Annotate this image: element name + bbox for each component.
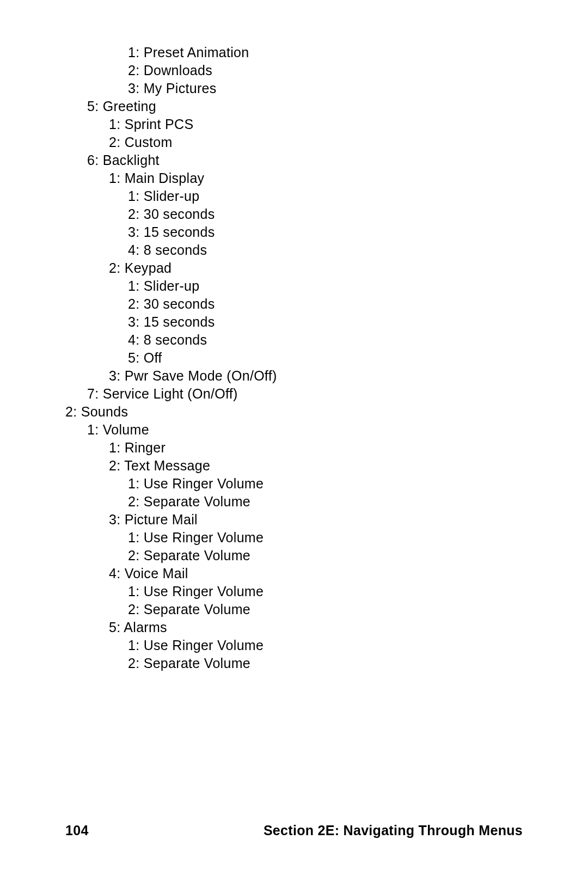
menu-item: 1: Use Ringer Volume bbox=[128, 583, 523, 601]
page-number: 104 bbox=[65, 823, 89, 838]
menu-item: 5: Alarms bbox=[109, 618, 523, 636]
menu-item: 3: Pwr Save Mode (On/Off) bbox=[109, 367, 523, 385]
menu-item: 1: Slider-up bbox=[128, 187, 523, 205]
menu-item: 1: Use Ringer Volume bbox=[128, 636, 523, 654]
menu-item: 4: 8 seconds bbox=[128, 331, 523, 349]
menu-item: 3: Picture Mail bbox=[109, 511, 523, 529]
menu-item: 1: Main Display bbox=[109, 169, 523, 187]
menu-item: 4: Voice Mail bbox=[109, 565, 523, 583]
menu-item: 2: Keypad bbox=[109, 259, 523, 277]
menu-item: 1: Ringer bbox=[109, 439, 523, 457]
menu-item: 1: Volume bbox=[87, 421, 523, 439]
menu-item: 2: Separate Volume bbox=[128, 493, 523, 511]
menu-content: 1: Preset Animation 2: Downloads 3: My P… bbox=[65, 44, 523, 672]
menu-item: 2: 30 seconds bbox=[128, 295, 523, 313]
menu-item: 2: Separate Volume bbox=[128, 654, 523, 672]
page-footer: 104 Section 2E: Navigating Through Menus bbox=[65, 823, 523, 838]
menu-item: 2: Text Message bbox=[109, 457, 523, 475]
menu-item: 2: Separate Volume bbox=[128, 547, 523, 565]
menu-item: 3: My Pictures bbox=[128, 79, 523, 97]
menu-item: 2: Sounds bbox=[65, 403, 523, 421]
menu-item: 5: Greeting bbox=[87, 97, 523, 115]
menu-item: 2: 30 seconds bbox=[128, 205, 523, 223]
menu-item: 2: Custom bbox=[109, 133, 523, 151]
menu-item: 4: 8 seconds bbox=[128, 241, 523, 259]
menu-item: 2: Downloads bbox=[128, 62, 523, 79]
menu-item: 1: Use Ringer Volume bbox=[128, 475, 523, 493]
menu-item: 7: Service Light (On/Off) bbox=[87, 385, 523, 403]
section-title: Section 2E: Navigating Through Menus bbox=[264, 823, 523, 838]
menu-item: 6: Backlight bbox=[87, 151, 523, 169]
menu-item: 1: Preset Animation bbox=[128, 44, 523, 62]
menu-item: 3: 15 seconds bbox=[128, 223, 523, 241]
menu-item: 1: Slider-up bbox=[128, 277, 523, 295]
menu-item: 1: Use Ringer Volume bbox=[128, 529, 523, 547]
menu-item: 1: Sprint PCS bbox=[109, 115, 523, 133]
menu-item: 2: Separate Volume bbox=[128, 601, 523, 618]
menu-item: 5: Off bbox=[128, 349, 523, 367]
menu-item: 3: 15 seconds bbox=[128, 313, 523, 331]
